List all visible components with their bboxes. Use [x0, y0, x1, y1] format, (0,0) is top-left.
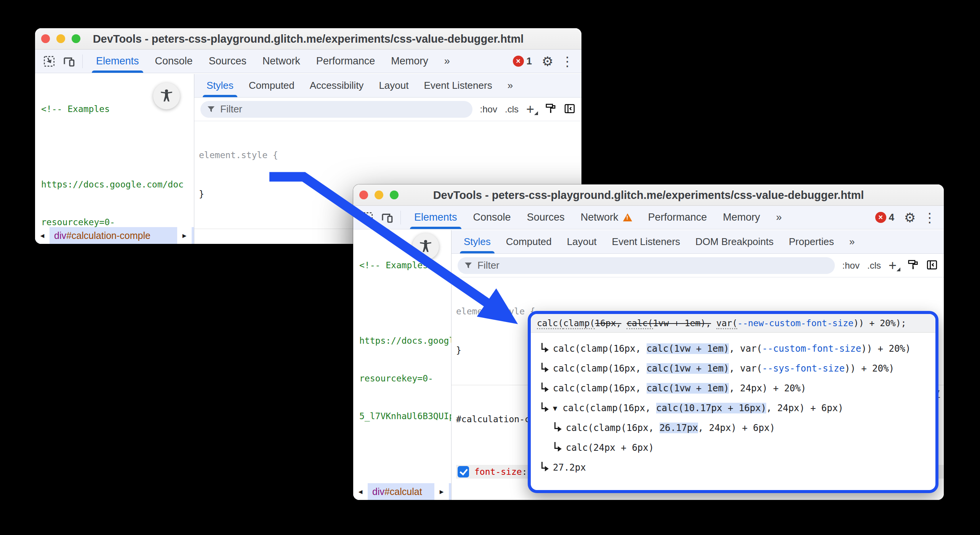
breadcrumb[interactable]: div#calculation-comple — [54, 230, 151, 241]
substitution-arrow-icon — [541, 402, 547, 409]
trace-step[interactable]: calc(clamp(16px, calc(1vw + 1em), 24px) … — [541, 378, 935, 398]
dom-line[interactable]: https://docs.google.com/doc — [41, 178, 194, 191]
trace-step[interactable]: calc(clamp(16px, calc(1vw + 1em), var(--… — [541, 359, 935, 378]
tab-layout[interactable]: Layout — [559, 230, 604, 253]
tab-console[interactable]: Console — [465, 206, 519, 229]
styles-filter-input[interactable]: Filter — [200, 101, 472, 118]
window-title: DevTools - peters-css-playground.glitch.… — [353, 184, 944, 205]
sidebar-tabs: Styles Computed Layout Event Listeners D… — [452, 230, 944, 254]
tab-computed[interactable]: Computed — [498, 230, 559, 253]
kebab-menu-icon[interactable]: ⋮ — [922, 210, 938, 225]
accessibility-icon — [153, 83, 180, 109]
toolbar-divider — [82, 54, 83, 68]
devtools-toolbar: Elements Console Sources Network Perform… — [353, 206, 944, 229]
tab-event-listeners[interactable]: Event Listeners — [416, 74, 500, 97]
substitution-arrow-icon — [554, 442, 560, 449]
trace-step-expandable[interactable]: ▼calc(clamp(16px, calc(10.17px + 16px), … — [541, 398, 935, 418]
trace-step[interactable]: calc(clamp(16px, 26.17px, 24px) + 6px) — [541, 418, 935, 438]
toggle-hover-state-button[interactable]: :hov — [480, 104, 497, 115]
filter-funnel-icon — [207, 105, 216, 114]
tab-styles[interactable]: Styles — [456, 230, 498, 253]
tab-console[interactable]: Console — [147, 50, 201, 73]
device-toolbar-icon[interactable] — [379, 210, 395, 226]
tab-computed[interactable]: Computed — [241, 74, 302, 97]
new-style-rule-button[interactable]: + — [889, 259, 900, 272]
breadcrumb[interactable]: div#calculat — [372, 486, 422, 497]
trace-step[interactable]: calc(24px + 6px) — [541, 438, 935, 458]
panel-tabs: Elements Console Sources Network Perform… — [88, 50, 458, 73]
tab-memory[interactable]: Memory — [383, 50, 436, 73]
more-tabs-button[interactable]: » — [500, 74, 520, 97]
tab-styles[interactable]: Styles — [199, 74, 241, 97]
substitution-arrow-icon — [541, 462, 547, 469]
screenshot-canvas: DevTools - peters-css-playground.glitch.… — [0, 0, 980, 535]
dom-line — [359, 448, 451, 460]
dom-tree-pane: <!-- Examples https://docs.google.com/do… — [353, 230, 452, 500]
dom-line[interactable]: 5_l7VKnhaUl6B3QUIpTR6g&tab= — [359, 410, 451, 423]
inspect-element-icon[interactable] — [359, 210, 375, 226]
substitution-arrow-icon — [541, 343, 547, 350]
trace-step[interactable]: calc(clamp(16px, calc(1vw + 1em), var(--… — [541, 339, 935, 359]
toggle-class-button[interactable]: .cls — [505, 104, 519, 115]
substitution-arrow-icon — [541, 383, 547, 389]
tab-elements[interactable]: Elements — [88, 50, 147, 73]
sidebar-toggle-icon[interactable] — [564, 103, 575, 116]
tab-network[interactable]: Network — [255, 50, 308, 73]
more-tabs-button[interactable]: » — [436, 50, 458, 73]
tab-network[interactable]: Network — [573, 206, 640, 229]
more-tabs-button[interactable]: » — [842, 230, 862, 253]
breadcrumb-next-icon[interactable]: ▸ — [177, 227, 192, 244]
devtools-toolbar: Elements Console Sources Network Perform… — [35, 50, 581, 73]
dom-line[interactable]: <!-- Examples — [359, 259, 451, 272]
dom-line[interactable]: resourcekey=0- — [359, 372, 451, 385]
dom-line[interactable]: https://docs.google.com/doc — [359, 335, 451, 347]
inspect-element-icon[interactable] — [41, 53, 57, 69]
evaluation-trace-list: calc(clamp(16px, calc(1vw + 1em), var(--… — [531, 333, 935, 477]
expander-icon[interactable]: ▼ — [553, 404, 557, 412]
settings-gear-icon[interactable]: ⚙ — [540, 54, 556, 69]
dom-line — [359, 297, 451, 309]
styles-filter-input[interactable]: Filter — [458, 257, 835, 274]
declaration-checkbox-checked[interactable] — [458, 466, 469, 477]
new-style-rule-button[interactable]: + — [526, 103, 537, 116]
filter-funnel-icon — [464, 261, 473, 270]
styles-filter-row: Filter :hov .cls + — [194, 98, 581, 121]
sidebar-tabs: Styles Computed Accessibility Layout Eve… — [194, 74, 581, 98]
titlebar: DevTools - peters-css-playground.glitch.… — [35, 28, 581, 50]
breadcrumb-next-icon[interactable]: ▸ — [434, 483, 449, 500]
breadcrumb-prev-icon[interactable]: ◂ — [353, 483, 368, 500]
toolbar-divider — [400, 211, 401, 224]
tab-performance[interactable]: Performance — [308, 50, 383, 73]
breadcrumb-prev-icon[interactable]: ◂ — [35, 227, 50, 244]
substitution-arrow-icon — [541, 363, 547, 370]
error-badge[interactable]: × 1 — [513, 55, 532, 67]
tab-event-listeners[interactable]: Event Listeners — [604, 230, 688, 253]
tab-performance[interactable]: Performance — [640, 206, 715, 229]
more-tabs-button[interactable]: » — [768, 206, 790, 229]
settings-gear-icon[interactable]: ⚙ — [902, 210, 918, 225]
trace-result[interactable]: 27.2px — [541, 458, 935, 477]
tab-accessibility[interactable]: Accessibility — [302, 74, 372, 97]
toggle-hover-state-button[interactable]: :hov — [842, 260, 860, 271]
error-icon: × — [513, 56, 524, 67]
substitution-arrow-icon — [554, 422, 560, 429]
rendering-emulation-icon[interactable] — [545, 103, 556, 116]
tab-sources[interactable]: Sources — [519, 206, 573, 229]
titlebar: DevTools - peters-css-playground.glitch.… — [353, 184, 944, 206]
tab-dom-breakpoints[interactable]: DOM Breakpoints — [688, 230, 781, 253]
sidebar-toggle-icon[interactable] — [926, 259, 938, 272]
rendering-emulation-icon[interactable] — [907, 259, 919, 272]
css-value-input[interactable]: calc(clamp(16px, calc(1vw + 1em), var(--… — [531, 314, 935, 333]
kebab-menu-icon[interactable]: ⋮ — [559, 54, 575, 69]
panel-tabs: Elements Console Sources Network Perform… — [406, 206, 790, 229]
device-toolbar-icon[interactable] — [61, 53, 77, 69]
error-badge[interactable]: × 4 — [875, 211, 894, 223]
accessibility-icon — [412, 233, 439, 260]
tab-elements[interactable]: Elements — [406, 206, 465, 229]
tab-memory[interactable]: Memory — [715, 206, 768, 229]
toggle-class-button[interactable]: .cls — [867, 260, 881, 271]
tab-properties[interactable]: Properties — [781, 230, 842, 253]
tab-layout[interactable]: Layout — [371, 74, 416, 97]
breadcrumb-bar: ◂ div#calculation-comple ▸ — [35, 227, 194, 244]
tab-sources[interactable]: Sources — [201, 50, 255, 73]
